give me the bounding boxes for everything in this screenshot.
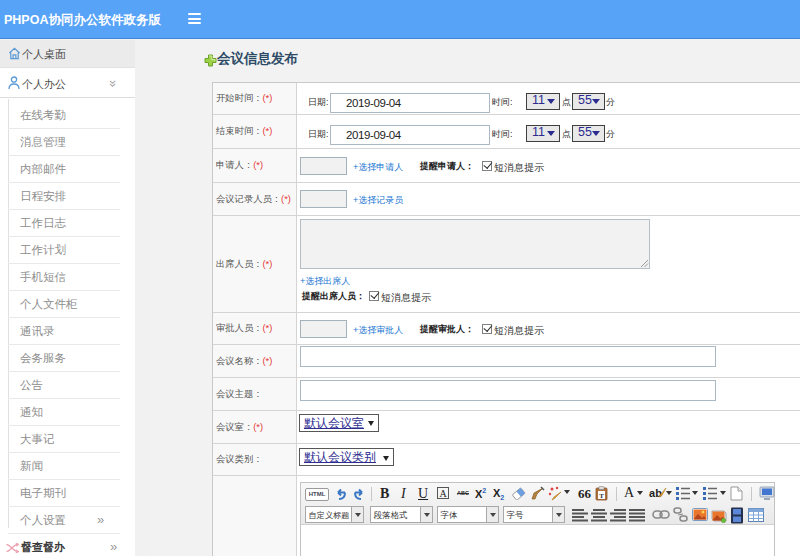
svg-text:T: T: [599, 492, 604, 500]
